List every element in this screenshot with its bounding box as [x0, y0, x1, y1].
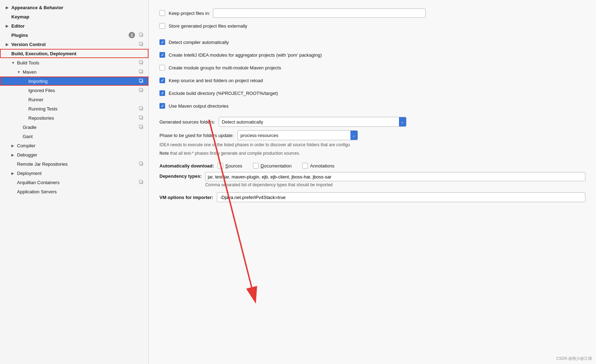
expand-icon: ▶: [6, 42, 10, 46]
documentation-label: Documentation: [261, 163, 292, 169]
sidebar-item-label: Plugins: [11, 33, 129, 38]
store-externally-checkbox[interactable]: [159, 23, 165, 29]
documentation-checkbox-group: Documentation: [253, 163, 292, 169]
expand-icon: ▶: [11, 153, 16, 157]
svg-rect-17: [139, 125, 142, 128]
dep-types-row: Dependency types: Comma separated list o…: [159, 172, 585, 187]
store-externally-label: Store generated project files externally: [169, 23, 247, 29]
sidebar-item-deployment[interactable]: ▶ Deployment: [0, 169, 148, 178]
sidebar-item-label: Importing: [28, 79, 136, 84]
svg-rect-3: [139, 42, 142, 45]
create-modules-checkbox[interactable]: [159, 52, 165, 58]
sidebar-item-label: Arquillian Containers: [17, 180, 136, 185]
sidebar-item-label: Gradle: [23, 125, 136, 130]
sidebar-item-appearance[interactable]: ▶ Appearance & Behavior: [0, 3, 148, 12]
vm-options-input[interactable]: [217, 192, 585, 202]
sidebar-item-editor[interactable]: ▶ Editor: [0, 21, 148, 30]
sidebar-item-runner[interactable]: ▶ Runner: [0, 95, 148, 104]
keep-source-folders-checkbox[interactable]: [159, 78, 165, 83]
keep-project-files-row: Keep project files in:: [159, 8, 585, 18]
sidebar-item-label: Running Tests: [28, 106, 136, 112]
svg-rect-1: [139, 33, 142, 36]
vm-options-label: VM options for importer:: [159, 195, 213, 200]
plugins-badge: 2: [129, 32, 135, 38]
vm-options-row: VM options for importer:: [159, 192, 585, 202]
detect-compiler-label: Detect compiler automatically: [169, 40, 229, 45]
sidebar-item-remote-jar[interactable]: ▶ Remote Jar Repositories: [0, 159, 148, 169]
info-text-1: IDEA needs to execute one of the listed …: [159, 142, 585, 147]
detect-compiler-row: Detect compiler automatically: [159, 38, 585, 47]
gen-sources-label: Generated sources folders:: [159, 119, 215, 125]
sidebar-item-label: Version Control: [11, 42, 136, 47]
sidebar-item-plugins[interactable]: ▶ Plugins 2: [0, 30, 148, 40]
sidebar-item-version-control[interactable]: ▶ Version Control: [0, 40, 148, 49]
sidebar-item-repositories[interactable]: ▶ Repositories: [0, 113, 148, 123]
sidebar-item-label: Debugger: [17, 152, 144, 158]
sidebar-item-gant[interactable]: ▶ Gant: [0, 132, 148, 141]
sidebar-item-running-tests[interactable]: ▶ Running Tests: [0, 104, 148, 113]
keep-project-files-checkbox[interactable]: [159, 10, 165, 16]
sidebar-item-keymap[interactable]: ▶ Keymap: [0, 12, 148, 21]
svg-rect-15: [139, 116, 142, 119]
phase-combined-row: Phase to be used for folders update: pro…: [159, 130, 585, 140]
expand-icon: ▶: [6, 6, 10, 10]
sidebar-item-build-tools[interactable]: ▼ Build Tools: [0, 58, 148, 67]
sidebar-item-compiler[interactable]: ▶ Compiler: [0, 141, 148, 150]
sidebar-item-label: Build Tools: [17, 60, 136, 66]
sidebar-item-label: Maven: [23, 69, 136, 75]
sidebar-item-label: Ignored Files: [28, 88, 136, 93]
sidebar-item-label: Repositories: [28, 115, 136, 121]
expand-icon: ▼: [11, 61, 16, 65]
sidebar-item-label: Keymap: [11, 14, 144, 19]
svg-rect-9: [139, 79, 142, 82]
copy-icon: [139, 69, 144, 75]
expand-icon: ▶: [11, 171, 16, 175]
svg-rect-21: [139, 180, 142, 183]
auto-download-label: Automatically download:: [159, 163, 214, 169]
annotations-label: Annotations: [310, 163, 334, 169]
sidebar-item-debugger[interactable]: ▶ Debugger: [0, 150, 148, 159]
sources-checkbox[interactable]: [218, 163, 223, 169]
use-maven-output-checkbox[interactable]: [159, 103, 165, 109]
phase-dropdown[interactable]: process-resources ⌄: [237, 130, 358, 140]
sidebar-item-importing[interactable]: ▶ Importing: [0, 76, 148, 86]
dep-types-hint: Comma separated list of dependency types…: [205, 182, 585, 187]
sidebar-item-app-servers[interactable]: ▶ Application Servers: [0, 187, 148, 196]
expand-icon: ▶: [6, 24, 10, 28]
create-module-groups-checkbox[interactable]: [159, 65, 165, 70]
dep-types-input[interactable]: [205, 172, 585, 181]
keep-project-files-input[interactable]: [213, 8, 426, 18]
create-module-groups-label: Create module groups for multi-module Ma…: [169, 65, 281, 70]
sidebar-item-label: Compiler: [17, 143, 144, 148]
auto-download-row: Automatically download: Sources Document…: [159, 163, 585, 169]
sidebar-item-label: Deployment: [17, 171, 144, 176]
create-modules-row: Create IntelliJ IDEA modules for aggrega…: [159, 50, 585, 59]
copy-icon: [139, 60, 144, 66]
copy-icon: [139, 78, 144, 84]
expand-icon: ▼: [17, 70, 21, 74]
annotations-checkbox[interactable]: [302, 163, 308, 169]
keep-source-folders-row: Keep source and test folders on project …: [159, 76, 585, 85]
detect-compiler-checkbox[interactable]: [159, 39, 165, 45]
sources-checkbox-group: Sources: [218, 163, 242, 169]
sidebar-item-gradle[interactable]: ▶ Gradle: [0, 123, 148, 132]
sidebar-item-arquillian[interactable]: ▶ Arquillian Containers: [0, 178, 148, 187]
sidebar-item-label: Application Servers: [17, 189, 144, 194]
copy-icon: [139, 32, 144, 38]
gen-sources-dropdown[interactable]: Detect automatically ⌄: [219, 117, 406, 127]
settings-panel: Keep project files in: Store generated p…: [149, 0, 596, 364]
phase-arrow[interactable]: ⌄: [350, 131, 358, 140]
phase-combined-label: Phase to be used for folders update:: [159, 133, 234, 138]
exclude-build-checkbox[interactable]: [159, 90, 165, 96]
sidebar-item-maven[interactable]: ▼ Maven: [0, 67, 148, 76]
svg-rect-11: [139, 88, 142, 91]
sidebar-item-label: Build, Execution, Deployment: [11, 51, 144, 56]
sidebar-item-ignored-files[interactable]: ▶ Ignored Files: [0, 86, 148, 95]
info-text-note: Note: [159, 151, 169, 156]
sidebar-item-build-execution[interactable]: ▶ Build, Execution, Deployment: [0, 49, 148, 58]
documentation-checkbox[interactable]: [253, 163, 259, 169]
copy-icon: [139, 115, 144, 121]
phase-value: process-resources: [238, 131, 349, 140]
copy-icon: [139, 124, 144, 130]
gen-sources-arrow[interactable]: ⌄: [399, 117, 406, 126]
